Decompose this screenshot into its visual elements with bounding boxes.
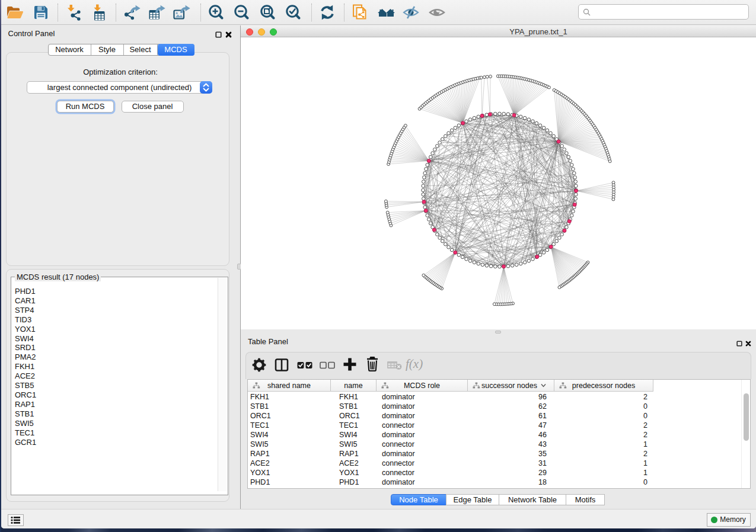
svg-text:f(x): f(x) bbox=[406, 357, 423, 371]
